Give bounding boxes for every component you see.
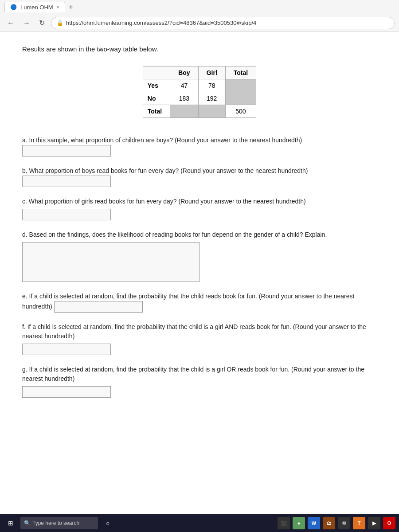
row-label-no: No [143,92,170,105]
back-button[interactable]: ← [4,18,17,28]
question-block-c: c. What proportion of girls read books f… [22,197,377,220]
taskbar-app-icon-3[interactable]: W [308,517,320,529]
taskbar-app-icon-7[interactable]: ▶ [368,517,380,529]
cell-total-girl [198,105,225,118]
header-empty [143,66,170,79]
cell-yes-girl: 78 [198,79,225,92]
cell-total-total: 500 [225,105,256,118]
question-block-a: a. In this sample, what proportion of ch… [22,136,377,156]
lock-icon: 🔒 [57,20,63,26]
url-text: https://ohm.lumenlearning.com/assess2/?c… [66,20,256,26]
question-block-e: e. If a child is selected at random, fin… [22,292,377,313]
cell-yes-total [225,79,256,92]
question-text-a: a. In this sample, what proportion of ch… [22,137,302,144]
question-block-f: f. If a child is selected at random, fin… [22,322,377,355]
browser-tab[interactable]: 🔵 Lumen OHM × [4,2,65,12]
question-text-d: d. Based on the findings, does the likel… [22,230,377,239]
question-block-d: d. Based on the findings, does the likel… [22,230,377,282]
two-way-table: Boy Girl Total Yes 47 78 No 183 192 [143,66,256,118]
intro-text: Results are shown in the two-way table b… [22,45,377,53]
reload-button[interactable]: ↻ [36,18,47,28]
taskbar-search[interactable]: 🔍 [20,517,98,529]
windows-start-button[interactable]: ⊞ [4,516,18,530]
cell-yes-boy: 47 [170,79,198,92]
question-text-g: g. If a child is selected at random, fin… [22,365,377,383]
taskbar-app-icon-2[interactable]: ● [293,517,305,529]
taskbar-app-icon-6[interactable]: T [353,517,365,529]
table-container: Boy Girl Total Yes 47 78 No 183 192 [22,66,377,118]
taskbar-app-icon-1[interactable]: ⬛ [278,517,290,529]
answer-input-c[interactable] [22,209,111,220]
tab-favicon: 🔵 [10,4,17,10]
page-content: Results are shown in the two-way table b… [0,32,399,520]
cell-no-girl: 192 [198,92,225,105]
taskbar-app-icon-4[interactable]: 🗂 [323,517,335,529]
taskbar-right: ⬛ ● W 🗂 ✉ T ▶ O [278,517,395,529]
header-girl: Girl [198,66,225,79]
url-input-box[interactable]: 🔒 https://ohm.lumenlearning.com/assess2/… [51,17,395,29]
new-tab-button[interactable]: + [69,3,73,11]
taskbar-app-icon-5[interactable]: ✉ [338,517,350,529]
table-row: No 183 192 [143,92,256,105]
tab-title: Lumen OHM [20,4,53,11]
address-bar: ← → ↻ 🔒 https://ohm.lumenlearning.com/as… [0,14,399,32]
tab-close-button[interactable]: × [57,4,59,10]
answer-input-a[interactable] [22,145,111,156]
row-label-yes: Yes [143,79,170,92]
cell-no-boy: 183 [170,92,198,105]
question-text-b: b. What proportion of boys read books fo… [22,167,308,174]
question-text-f: f. If a child is selected at random, fin… [22,322,377,341]
search-icon: 🔍 [24,520,31,526]
cortana-icon[interactable]: ○ [101,516,115,530]
cell-no-total [225,92,256,105]
title-bar: 🔵 Lumen OHM × + [0,0,399,14]
taskbar: ⊞ 🔍 ○ ⬛ ● W 🗂 ✉ T ▶ O [0,514,399,532]
answer-input-f[interactable] [22,344,111,355]
answer-textarea-d[interactable] [22,242,200,282]
table-row: Total 500 [143,105,256,118]
answer-input-g[interactable] [22,386,111,398]
header-boy: Boy [170,66,198,79]
header-total: Total [225,66,256,79]
cell-total-boy [170,105,198,118]
answer-input-b[interactable] [22,176,111,187]
row-label-total: Total [143,105,170,118]
search-input[interactable] [32,520,94,526]
taskbar-app-icon-8[interactable]: O [383,517,395,529]
question-block-g: g. If a child is selected at random, fin… [22,365,377,398]
forward-button[interactable]: → [20,18,33,28]
question-block-b: b. What proportion of boys read books fo… [22,166,377,187]
question-text-c: c. What proportion of girls read books f… [22,197,377,206]
answer-input-e[interactable] [54,301,143,313]
table-row: Yes 47 78 [143,79,256,92]
